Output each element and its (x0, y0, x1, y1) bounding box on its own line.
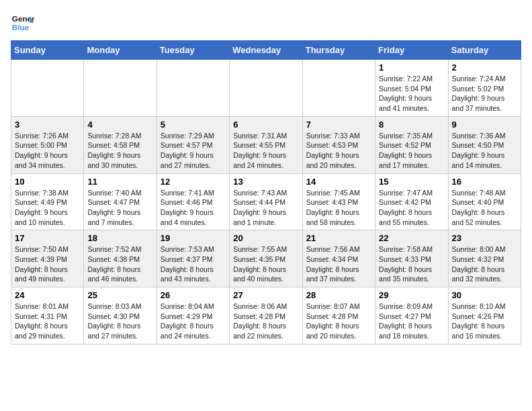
day-number: 12 (161, 177, 226, 187)
day-cell (11, 60, 84, 117)
day-cell: 24Sunrise: 8:01 AM Sunset: 4:31 PM Dayli… (11, 287, 84, 345)
day-info: Sunrise: 7:48 AM Sunset: 4:40 PM Dayligh… (452, 188, 517, 228)
day-number: 17 (15, 233, 80, 243)
day-number: 25 (87, 290, 152, 300)
day-cell: 6Sunrise: 7:31 AM Sunset: 4:55 PM Daylig… (230, 116, 302, 173)
day-info: Sunrise: 7:58 AM Sunset: 4:33 PM Dayligh… (379, 244, 444, 284)
day-number: 8 (379, 120, 444, 130)
day-cell: 4Sunrise: 7:28 AM Sunset: 4:58 PM Daylig… (84, 116, 157, 173)
day-info: Sunrise: 7:56 AM Sunset: 4:34 PM Dayligh… (306, 244, 371, 284)
day-info: Sunrise: 7:33 AM Sunset: 4:53 PM Dayligh… (306, 131, 371, 171)
day-info: Sunrise: 7:35 AM Sunset: 4:52 PM Dayligh… (379, 131, 444, 171)
weekday-header-sunday: Sunday (11, 41, 84, 60)
day-cell: 5Sunrise: 7:29 AM Sunset: 4:57 PM Daylig… (157, 116, 229, 173)
calendar: SundayMondayTuesdayWednesdayThursdayFrid… (11, 40, 521, 345)
day-number: 2 (452, 62, 517, 73)
day-cell: 16Sunrise: 7:48 AM Sunset: 4:40 PM Dayli… (448, 173, 521, 230)
day-cell: 26Sunrise: 8:04 AM Sunset: 4:29 PM Dayli… (157, 287, 229, 345)
day-cell: 29Sunrise: 8:09 AM Sunset: 4:27 PM Dayli… (375, 287, 448, 345)
logo: General Blue (11, 11, 38, 35)
day-number: 19 (161, 233, 226, 243)
week-row-1: 1Sunrise: 7:22 AM Sunset: 5:04 PM Daylig… (11, 60, 521, 117)
day-info: Sunrise: 7:31 AM Sunset: 4:55 PM Dayligh… (233, 131, 298, 171)
day-number: 24 (15, 290, 80, 300)
day-number: 9 (452, 120, 517, 130)
week-row-3: 10Sunrise: 7:38 AM Sunset: 4:49 PM Dayli… (11, 173, 521, 230)
day-cell: 3Sunrise: 7:26 AM Sunset: 5:00 PM Daylig… (11, 116, 84, 173)
day-cell: 12Sunrise: 7:41 AM Sunset: 4:46 PM Dayli… (157, 173, 229, 230)
day-number: 4 (87, 120, 152, 130)
day-info: Sunrise: 7:50 AM Sunset: 4:39 PM Dayligh… (15, 244, 80, 284)
day-info: Sunrise: 7:26 AM Sunset: 5:00 PM Dayligh… (15, 131, 80, 171)
day-info: Sunrise: 8:00 AM Sunset: 4:32 PM Dayligh… (452, 244, 517, 284)
weekday-header-tuesday: Tuesday (157, 41, 229, 60)
day-number: 18 (87, 233, 152, 243)
day-info: Sunrise: 7:24 AM Sunset: 5:02 PM Dayligh… (452, 74, 517, 113)
day-cell: 1Sunrise: 7:22 AM Sunset: 5:04 PM Daylig… (375, 60, 448, 117)
day-info: Sunrise: 8:06 AM Sunset: 4:28 PM Dayligh… (233, 302, 298, 341)
day-cell: 18Sunrise: 7:52 AM Sunset: 4:38 PM Dayli… (84, 230, 157, 287)
day-cell: 22Sunrise: 7:58 AM Sunset: 4:33 PM Dayli… (375, 230, 448, 287)
weekday-header-thursday: Thursday (302, 41, 375, 60)
day-info: Sunrise: 7:40 AM Sunset: 4:47 PM Dayligh… (87, 188, 152, 228)
week-row-4: 17Sunrise: 7:50 AM Sunset: 4:39 PM Dayli… (11, 230, 521, 287)
day-cell: 25Sunrise: 8:03 AM Sunset: 4:30 PM Dayli… (84, 287, 157, 345)
week-row-5: 24Sunrise: 8:01 AM Sunset: 4:31 PM Dayli… (11, 287, 521, 345)
day-cell: 23Sunrise: 8:00 AM Sunset: 4:32 PM Dayli… (448, 230, 521, 287)
day-number: 27 (233, 290, 298, 300)
day-cell (302, 60, 375, 117)
weekday-header-wednesday: Wednesday (230, 41, 302, 60)
day-number: 14 (306, 177, 371, 187)
day-cell (84, 60, 157, 117)
day-number: 5 (161, 120, 226, 130)
day-info: Sunrise: 7:45 AM Sunset: 4:43 PM Dayligh… (306, 188, 371, 228)
day-info: Sunrise: 7:28 AM Sunset: 4:58 PM Dayligh… (87, 131, 152, 171)
day-info: Sunrise: 8:01 AM Sunset: 4:31 PM Dayligh… (15, 302, 80, 341)
day-info: Sunrise: 7:55 AM Sunset: 4:35 PM Dayligh… (233, 244, 298, 284)
day-cell: 7Sunrise: 7:33 AM Sunset: 4:53 PM Daylig… (302, 116, 375, 173)
svg-text:Blue: Blue (12, 23, 30, 32)
day-number: 22 (379, 233, 444, 243)
day-number: 13 (233, 177, 298, 187)
weekday-header-monday: Monday (84, 41, 157, 60)
weekday-header-friday: Friday (375, 41, 448, 60)
day-number: 7 (306, 120, 371, 130)
day-number: 20 (233, 233, 298, 243)
day-info: Sunrise: 7:29 AM Sunset: 4:57 PM Dayligh… (161, 131, 226, 171)
day-cell (230, 60, 302, 117)
day-cell: 20Sunrise: 7:55 AM Sunset: 4:35 PM Dayli… (230, 230, 302, 287)
day-info: Sunrise: 7:22 AM Sunset: 5:04 PM Dayligh… (379, 74, 444, 113)
day-cell: 17Sunrise: 7:50 AM Sunset: 4:39 PM Dayli… (11, 230, 84, 287)
day-number: 23 (452, 233, 517, 243)
day-info: Sunrise: 8:09 AM Sunset: 4:27 PM Dayligh… (379, 302, 444, 341)
weekday-header-saturday: Saturday (448, 41, 521, 60)
day-cell: 19Sunrise: 7:53 AM Sunset: 4:37 PM Dayli… (157, 230, 229, 287)
weekday-header-row: SundayMondayTuesdayWednesdayThursdayFrid… (11, 41, 521, 60)
day-info: Sunrise: 7:52 AM Sunset: 4:38 PM Dayligh… (87, 244, 152, 284)
header: General Blue (11, 11, 521, 35)
day-info: Sunrise: 8:07 AM Sunset: 4:28 PM Dayligh… (306, 302, 371, 341)
day-cell: 13Sunrise: 7:43 AM Sunset: 4:44 PM Dayli… (230, 173, 302, 230)
day-number: 3 (15, 120, 80, 130)
day-info: Sunrise: 7:38 AM Sunset: 4:49 PM Dayligh… (15, 188, 80, 228)
day-cell (157, 60, 229, 117)
day-number: 21 (306, 233, 371, 243)
day-cell: 21Sunrise: 7:56 AM Sunset: 4:34 PM Dayli… (302, 230, 375, 287)
day-cell: 10Sunrise: 7:38 AM Sunset: 4:49 PM Dayli… (11, 173, 84, 230)
day-info: Sunrise: 7:53 AM Sunset: 4:37 PM Dayligh… (161, 244, 226, 284)
day-cell: 8Sunrise: 7:35 AM Sunset: 4:52 PM Daylig… (375, 116, 448, 173)
day-cell: 14Sunrise: 7:45 AM Sunset: 4:43 PM Dayli… (302, 173, 375, 230)
day-info: Sunrise: 7:43 AM Sunset: 4:44 PM Dayligh… (233, 188, 298, 228)
day-number: 10 (15, 177, 80, 187)
day-number: 30 (452, 290, 517, 300)
day-info: Sunrise: 7:47 AM Sunset: 4:42 PM Dayligh… (379, 188, 444, 228)
day-cell: 9Sunrise: 7:36 AM Sunset: 4:50 PM Daylig… (448, 116, 521, 173)
day-cell: 27Sunrise: 8:06 AM Sunset: 4:28 PM Dayli… (230, 287, 302, 345)
day-cell: 2Sunrise: 7:24 AM Sunset: 5:02 PM Daylig… (448, 60, 521, 117)
day-info: Sunrise: 7:36 AM Sunset: 4:50 PM Dayligh… (452, 131, 517, 171)
day-info: Sunrise: 8:03 AM Sunset: 4:30 PM Dayligh… (87, 302, 152, 341)
day-cell: 30Sunrise: 8:10 AM Sunset: 4:26 PM Dayli… (448, 287, 521, 345)
day-number: 11 (87, 177, 152, 187)
logo-icon: General Blue (11, 11, 35, 35)
week-row-2: 3Sunrise: 7:26 AM Sunset: 5:00 PM Daylig… (11, 116, 521, 173)
